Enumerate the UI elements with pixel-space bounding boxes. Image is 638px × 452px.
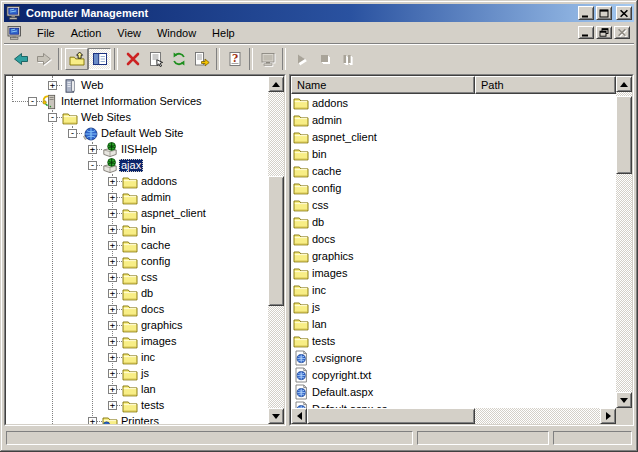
expand-icon[interactable]: +	[108, 273, 117, 282]
list-item-default-aspx[interactable]: Default.aspx	[291, 384, 616, 401]
mdi-minimize-button[interactable]	[578, 26, 594, 39]
folder-icon	[293, 282, 309, 298]
menu-action[interactable]: Action	[63, 24, 110, 42]
tree-item-tests[interactable]: +tests	[6, 398, 268, 414]
tree-vertical-scrollbar[interactable]	[268, 76, 284, 424]
expand-icon[interactable]: +	[108, 241, 117, 250]
tree-item-aspnet-client[interactable]: +aspnet_client	[6, 206, 268, 222]
tree-item-config[interactable]: +config	[6, 254, 268, 270]
tree-item-images[interactable]: +images	[6, 334, 268, 350]
tree-item-cache[interactable]: +cache	[6, 238, 268, 254]
collapse-icon[interactable]: -	[28, 97, 37, 106]
tree-item-admin[interactable]: +admin	[6, 190, 268, 206]
tree-item-ajax[interactable]: -ajax	[6, 158, 268, 174]
list-item-js[interactable]: js	[291, 299, 616, 316]
close-button[interactable]	[616, 6, 632, 20]
tree-item-graphics[interactable]: +graphics	[6, 318, 268, 334]
toolbar-show-hide-console-tree-button[interactable]	[88, 48, 111, 70]
list-item-addons[interactable]: addons	[291, 95, 616, 112]
list-vertical-scrollbar[interactable]	[616, 76, 632, 408]
expand-icon[interactable]: +	[108, 193, 117, 202]
list-item-css[interactable]: css	[291, 197, 616, 214]
tree-item-addons[interactable]: +addons	[6, 174, 268, 190]
tree-item-js[interactable]: +js	[6, 366, 268, 382]
maximize-button[interactable]	[596, 6, 612, 20]
collapse-icon[interactable]: -	[48, 113, 57, 122]
scrollbar-thumb[interactable]	[616, 96, 632, 174]
list-item-graphics[interactable]: graphics	[291, 248, 616, 265]
expand-icon[interactable]: +	[108, 289, 117, 298]
tree-item-internet-information-services[interactable]: -Internet Information Services	[6, 94, 268, 110]
list-item-bin[interactable]: bin	[291, 146, 616, 163]
tree-item-css[interactable]: +css	[6, 270, 268, 286]
list-item-default-aspx-cs[interactable]: Default.aspx.cs	[291, 401, 616, 408]
list-item-admin[interactable]: admin	[291, 112, 616, 129]
scroll-right-button[interactable]	[600, 408, 616, 424]
expand-icon[interactable]: +	[48, 81, 57, 90]
expand-icon[interactable]: +	[88, 417, 97, 424]
expand-icon[interactable]: +	[108, 385, 117, 394]
tree-item-inc[interactable]: +inc	[6, 350, 268, 366]
list-item-cvsignore[interactable]: .cvsignore	[291, 350, 616, 367]
console-window-icon[interactable]	[7, 25, 23, 41]
scroll-left-button[interactable]	[291, 408, 307, 424]
tree-item-lan[interactable]: +lan	[6, 382, 268, 398]
menu-help[interactable]: Help	[204, 24, 243, 42]
tree-item-db[interactable]: +db	[6, 286, 268, 302]
list-item-config[interactable]: config	[291, 180, 616, 197]
tree-item-label: IISHelp	[119, 143, 159, 156]
toolbar-delete-button[interactable]	[121, 48, 144, 70]
scroll-down-button[interactable]	[268, 408, 284, 424]
collapse-icon[interactable]: -	[88, 161, 97, 170]
menu-view[interactable]: View	[109, 24, 149, 42]
list-item-docs[interactable]: docs	[291, 231, 616, 248]
list-horizontal-scrollbar[interactable]	[291, 408, 616, 424]
toolbar-back-button[interactable]	[9, 48, 32, 70]
list-item-name: docs	[312, 233, 335, 246]
toolbar-refresh-button[interactable]	[167, 48, 190, 70]
expand-icon[interactable]: +	[108, 369, 117, 378]
list-item-inc[interactable]: inc	[291, 282, 616, 299]
toolbar-properties-button[interactable]	[144, 48, 167, 70]
list-item-tests[interactable]: tests	[291, 333, 616, 350]
column-header-name[interactable]: Name	[291, 76, 475, 94]
expand-icon[interactable]: +	[88, 145, 97, 154]
tree-item-iishelp[interactable]: +IISHelp	[6, 142, 268, 158]
expand-icon[interactable]: +	[108, 257, 117, 266]
tree-item-printers[interactable]: +Printers	[6, 414, 268, 424]
list-item-cache[interactable]: cache	[291, 163, 616, 180]
toolbar-up-one-level-button[interactable]	[65, 48, 88, 70]
collapse-icon[interactable]: -	[68, 129, 77, 138]
expand-icon[interactable]: +	[108, 401, 117, 410]
list-item-db[interactable]: db	[291, 214, 616, 231]
list-item-images[interactable]: images	[291, 265, 616, 282]
title-controls	[578, 6, 634, 20]
tree-item-bin[interactable]: +bin	[6, 222, 268, 238]
expand-icon[interactable]: +	[108, 305, 117, 314]
expand-icon[interactable]: +	[108, 321, 117, 330]
expand-icon[interactable]: +	[108, 353, 117, 362]
list-item-lan[interactable]: lan	[291, 316, 616, 333]
list-item-aspnet-client[interactable]: aspnet_client	[291, 129, 616, 146]
tree-item-default-web-site[interactable]: -Default Web Site	[6, 126, 268, 142]
menu-file[interactable]: File	[29, 24, 63, 42]
scrollbar-thumb[interactable]	[307, 408, 475, 424]
tree-item-web[interactable]: +Web	[6, 78, 268, 94]
mdi-restore-button[interactable]	[596, 26, 612, 39]
tree-item-web-sites[interactable]: -Web Sites	[6, 110, 268, 126]
expand-icon[interactable]: +	[108, 177, 117, 186]
expand-icon[interactable]: +	[108, 337, 117, 346]
list-item-copyright-txt[interactable]: copyright.txt	[291, 367, 616, 384]
minimize-button[interactable]	[578, 6, 594, 20]
scroll-up-button[interactable]	[616, 76, 632, 92]
scrollbar-thumb[interactable]	[268, 176, 284, 306]
tree-item-docs[interactable]: +docs	[6, 302, 268, 318]
toolbar-help-button[interactable]	[223, 48, 246, 70]
expand-icon[interactable]: +	[108, 209, 117, 218]
scroll-down-button[interactable]	[616, 392, 632, 408]
scroll-up-button[interactable]	[268, 76, 284, 92]
column-header-path[interactable]: Path	[475, 76, 616, 94]
toolbar-export-list-button[interactable]	[190, 48, 213, 70]
expand-icon[interactable]: +	[108, 225, 117, 234]
menu-window[interactable]: Window	[149, 24, 204, 42]
